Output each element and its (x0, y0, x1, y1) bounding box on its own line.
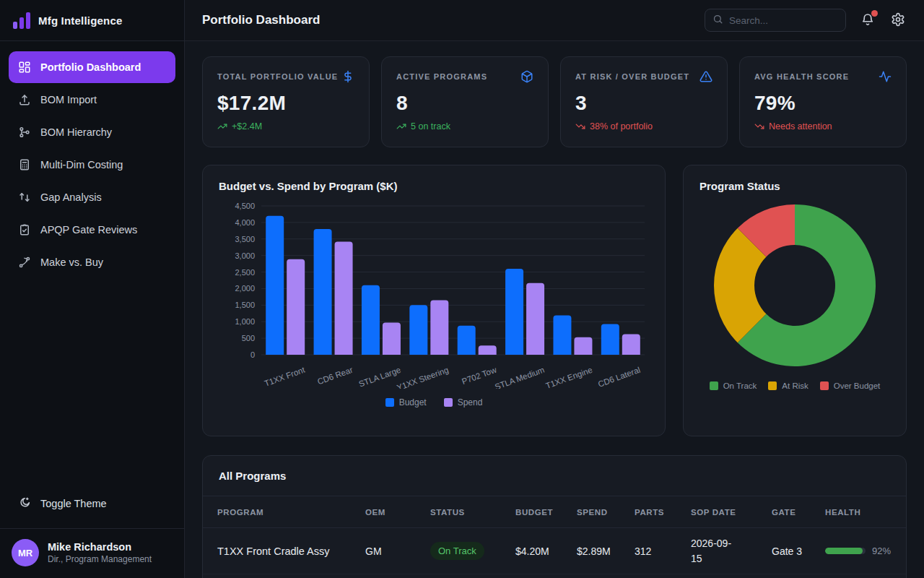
notification-dot (871, 10, 878, 17)
bar-budget-y1xx-steering (409, 305, 427, 355)
user-name: Mike Richardson (48, 541, 152, 553)
theme-toggle-button[interactable]: Toggle Theme (9, 488, 175, 519)
sidebar-item-bom-import[interactable]: BOM Import (9, 84, 175, 116)
column-header-health: HEALTH (825, 508, 892, 517)
legend-label: Over Budget (834, 381, 881, 390)
cell-program: T1XX Front Cradle Assy (217, 545, 365, 557)
svg-text:500: 500 (242, 334, 255, 342)
column-header-gate: GATE (772, 508, 825, 517)
kpi-trend-label: +$2.4M (232, 121, 262, 131)
legend-swatch (444, 398, 453, 407)
bar-budget-cd6-lateral (601, 324, 619, 355)
donut-chart-card: Program Status On TrackAt RiskOver Budge… (683, 165, 907, 436)
kpi-value: 3 (575, 92, 712, 115)
sidebar-item-label: Make vs. Buy (40, 256, 103, 268)
bar-budget-t1xx-front (266, 216, 284, 355)
kpi-trend: 5 on track (396, 121, 533, 131)
kpi-label: AVG HEALTH SCORE (754, 72, 849, 81)
table-header-row: PROGRAMOEMSTATUSBUDGETSPENDPARTSSOP DATE… (203, 496, 906, 528)
kpi-trend: +$2.4M (217, 121, 354, 131)
column-header-parts: PARTS (635, 508, 691, 517)
settings-button[interactable] (889, 11, 907, 30)
svg-text:2,500: 2,500 (235, 268, 255, 277)
status-badge: On Track (430, 542, 484, 560)
bell-icon (860, 18, 875, 29)
legend-label: On Track (723, 381, 757, 390)
svg-text:STLA Large: STLA Large (357, 366, 401, 389)
sidebar-item-make-vs-buy[interactable]: Make vs. Buy (9, 246, 175, 278)
kpi-card-at-risk-over-budget: AT RISK / OVER BUDGET338% of portfolio (560, 56, 728, 147)
kpi-card-avg-health-score: AVG HEALTH SCORE79%Needs attention (739, 56, 907, 147)
bar-chart-legend: BudgetSpend (219, 397, 649, 407)
kpi-label: AT RISK / OVER BUDGET (575, 72, 689, 81)
svg-text:T1XX Engine: T1XX Engine (544, 366, 593, 389)
kpi-label: ACTIVE PROGRAMS (396, 72, 487, 81)
gap-arrows-icon (18, 191, 31, 204)
legend-item-on-track: On Track (710, 381, 757, 390)
svg-text:3,000: 3,000 (235, 251, 255, 260)
search-input[interactable] (729, 15, 838, 26)
upload-icon (18, 93, 31, 106)
kpi-card-total-portfolio-value: TOTAL PORTFOLIO VALUE$17.2M+$2.4M (202, 56, 370, 147)
column-header-program: PROGRAM (217, 508, 365, 517)
sidebar-item-label: APQP Gate Reviews (40, 224, 137, 236)
user-title: Dir., Program Management (48, 554, 152, 564)
kpi-trend-label: 38% of portfolio (590, 121, 653, 131)
user-card[interactable]: MR Mike Richardson Dir., Program Managem… (0, 528, 184, 578)
bar-budget-stla-medium (505, 269, 523, 355)
trend-up-icon (217, 121, 227, 131)
search-box[interactable] (705, 9, 846, 32)
svg-text:STLA Medium: STLA Medium (494, 366, 546, 389)
bar-spend-cd6-rear (335, 241, 353, 355)
bar-spend-stla-large (383, 323, 401, 355)
cell-sop-date: 2026-09-15 (691, 536, 772, 566)
svg-text:0: 0 (250, 350, 255, 359)
dashboard-icon (18, 61, 31, 74)
programs-table-card: All Programs PROGRAMOEMSTATUSBUDGETSPEND… (202, 455, 907, 578)
programs-table-title: All Programs (203, 456, 906, 496)
sidebar-item-apqp-gate-reviews[interactable]: APQP Gate Reviews (9, 214, 175, 246)
kpi-card-active-programs: ACTIVE PROGRAMS85 on track (381, 56, 549, 147)
bar-spend-p702-tow (479, 345, 497, 355)
sidebar-item-multi-dim-costing[interactable]: Multi-Dim Costing (9, 149, 175, 181)
column-header-sop-date: SOP DATE (691, 508, 772, 517)
column-header-budget: BUDGET (515, 508, 577, 517)
svg-text:4,000: 4,000 (235, 218, 255, 227)
legend-label: Spend (458, 397, 483, 407)
sidebar-item-portfolio-dashboard[interactable]: Portfolio Dashboard (9, 51, 175, 83)
calculator-icon (18, 158, 31, 171)
legend-swatch (385, 398, 394, 407)
topbar: Portfolio Dashboard (185, 0, 924, 41)
sidebar: Mfg Intelligence Portfolio DashboardBOM … (0, 0, 185, 578)
sop-date-value: 2026-09-15 (691, 536, 740, 566)
sidebar-item-bom-hierarchy[interactable]: BOM Hierarchy (9, 116, 175, 148)
cell-health: 92% (825, 545, 892, 556)
svg-text:2,000: 2,000 (235, 284, 255, 293)
cell-status: On Track (430, 542, 515, 560)
bar-spend-cd6-lateral (622, 335, 640, 355)
theme-toggle-label: Toggle Theme (40, 498, 107, 509)
svg-text:1,000: 1,000 (235, 317, 255, 326)
cell-spend: $2.89M (577, 545, 635, 557)
bar-spend-y1xx-steering (430, 300, 448, 355)
clipboard-check-icon (18, 223, 31, 236)
notifications-button[interactable] (859, 11, 876, 30)
kpi-row: TOTAL PORTFOLIO VALUE$17.2M+$2.4MACTIVE … (202, 56, 907, 147)
bar-chart-card: Budget vs. Spend by Program ($K) 05001,0… (202, 165, 666, 436)
search-icon (712, 14, 723, 27)
activity-icon (879, 70, 892, 83)
avatar: MR (12, 539, 39, 566)
legend-item-spend: Spend (444, 397, 483, 407)
sidebar-item-label: BOM Hierarchy (40, 126, 112, 138)
split-icon (18, 256, 31, 269)
svg-text:CD6 Lateral: CD6 Lateral (597, 366, 642, 389)
sidebar-nav: Portfolio DashboardBOM ImportBOM Hierarc… (0, 41, 184, 278)
sidebar-item-label: Gap Analysis (40, 191, 102, 203)
kpi-trend-label: Needs attention (769, 121, 832, 131)
sidebar-item-gap-analysis[interactable]: Gap Analysis (9, 181, 175, 213)
legend-item-at-risk: At Risk (768, 381, 808, 390)
bar-chart-title: Budget vs. Spend by Program ($K) (219, 180, 649, 192)
brand-name: Mfg Intelligence (38, 14, 123, 27)
table-row-t1xx-front-cradle-assy[interactable]: T1XX Front Cradle AssyGMOn Track$4.20M$2… (203, 528, 906, 574)
dollar-icon (341, 70, 354, 83)
